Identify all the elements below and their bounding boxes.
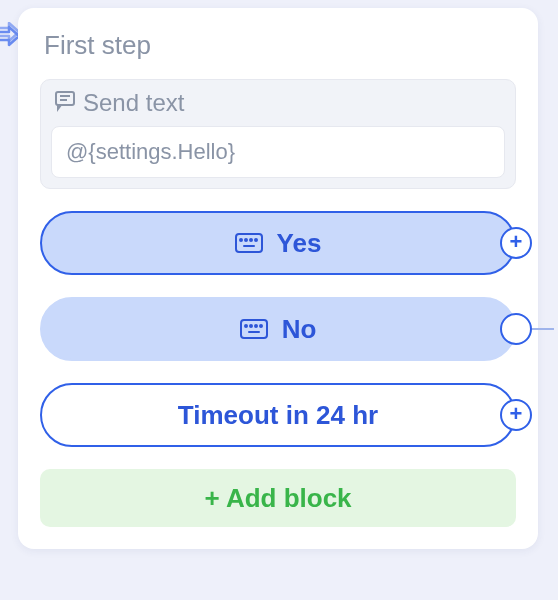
svg-rect-7: [241, 320, 267, 338]
send-text-label: Send text: [83, 89, 184, 117]
keyboard-icon: [240, 319, 268, 339]
svg-rect-6: [243, 245, 255, 247]
send-text-input[interactable]: @{settings.Hello}: [51, 126, 505, 178]
step-card: First step Send text @{settings.Hello}: [18, 8, 538, 549]
svg-point-9: [250, 325, 252, 327]
yes-port-button[interactable]: [500, 227, 532, 259]
svg-rect-1: [236, 234, 262, 252]
timeout-button[interactable]: Timeout in 24 hr: [40, 383, 516, 447]
no-port-button[interactable]: [500, 313, 532, 345]
choice-row-no: No: [40, 297, 516, 361]
no-label: No: [282, 314, 317, 345]
add-block-button[interactable]: + Add block: [40, 469, 516, 527]
svg-point-11: [260, 325, 262, 327]
timeout-row: Timeout in 24 hr: [40, 383, 516, 447]
card-title: First step: [40, 30, 516, 61]
send-text-block[interactable]: Send text @{settings.Hello}: [40, 79, 516, 189]
svg-point-4: [250, 239, 252, 241]
svg-point-2: [240, 239, 242, 241]
svg-point-5: [255, 239, 257, 241]
svg-point-8: [245, 325, 247, 327]
keyboard-icon: [235, 233, 263, 253]
svg-point-3: [245, 239, 247, 241]
svg-rect-0: [56, 92, 74, 105]
no-button[interactable]: No: [40, 297, 516, 361]
send-text-header: Send text: [51, 88, 505, 118]
svg-rect-12: [248, 331, 260, 333]
connector-line: [532, 328, 554, 330]
yes-label: Yes: [277, 228, 322, 259]
choice-row-yes: Yes: [40, 211, 516, 275]
message-icon: [53, 88, 77, 118]
timeout-label: Timeout in 24 hr: [178, 400, 378, 431]
yes-button[interactable]: Yes: [40, 211, 516, 275]
add-block-label: + Add block: [204, 483, 351, 514]
timeout-port-button[interactable]: [500, 399, 532, 431]
svg-point-10: [255, 325, 257, 327]
